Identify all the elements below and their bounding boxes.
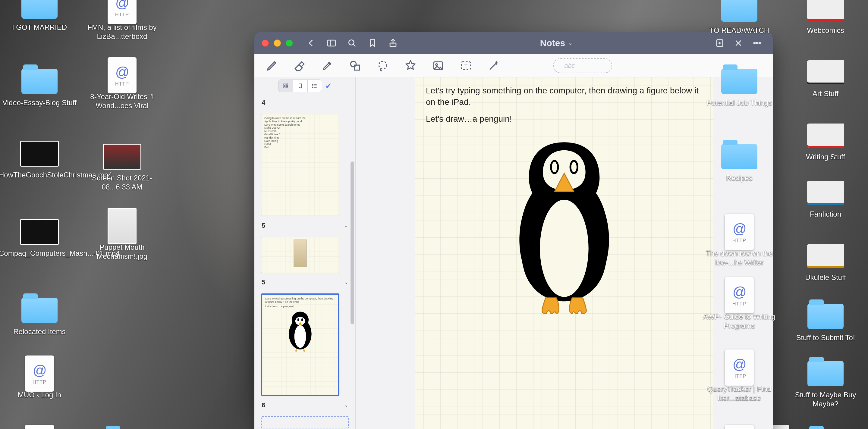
toolbar-separator — [513, 59, 513, 73]
desktop-item[interactable]: @HTTPThe down low on the low-...he Write… — [699, 217, 780, 267]
svg-point-37 — [540, 200, 588, 297]
desktop-item-label: 8-Year-Old Writes "I Wond...oes Viral — [82, 92, 163, 110]
desktop-item-label: QueryTracker | Find liter...atabase — [699, 385, 780, 402]
bookmark-button[interactable] — [364, 35, 381, 52]
desktop-item[interactable]: Potential Job Things — [699, 66, 780, 107]
minimize-window-button[interactable] — [274, 39, 281, 47]
svg-point-34 — [298, 319, 299, 322]
desktop-item-label: FMN, a list of films by LizBa...tterboxd — [82, 23, 163, 41]
desktop-item[interactable]: Puppet Mouth Mechanism!.jpg — [82, 211, 163, 261]
svg-point-2 — [349, 40, 354, 45]
page-5-label[interactable]: 5⌄ — [261, 222, 348, 230]
add-page-button[interactable] — [261, 416, 349, 428]
desktop-item[interactable]: TO READ/WATCH — [699, 0, 780, 35]
desktop-item[interactable]: @HTTPAWP- Guide to Writing Programs — [699, 280, 780, 330]
back-button[interactable] — [303, 35, 319, 52]
desktop-item[interactable]: Writing Stuff — [785, 121, 866, 162]
desktop-item-label: TO READ/WATCH — [710, 26, 769, 35]
svg-point-28 — [313, 86, 313, 86]
desktop-item-label: Stuff to Maybe Buy Maybe? — [785, 390, 866, 408]
image-tool[interactable] — [429, 57, 448, 74]
text-style-pill[interactable]: abc— — — — [553, 58, 612, 73]
page-5b-thumbnail[interactable] — [261, 237, 339, 273]
more-button[interactable] — [749, 35, 766, 52]
desktop-item[interactable]: I GOT MARRIED — [0, 0, 80, 32]
desktop-item[interactable]: @HTTP8-Year-Old Writes "I Wond...oes Vir… — [82, 60, 163, 110]
svg-rect-23 — [286, 87, 287, 88]
desktop-item[interactable]: Video-Essay-Blog Stuff — [0, 66, 80, 107]
desktop-item[interactable]: Screen Shot 2021-08...6.33 AM — [82, 141, 163, 192]
sidebar-toggle-button[interactable] — [323, 35, 340, 52]
desktop-item-label: Art Stuff — [812, 89, 838, 98]
note-text-line-1: Let's try typing something on the comput… — [426, 85, 703, 108]
desktop-item[interactable]: Art Stuff — [785, 57, 866, 98]
sticker-tool[interactable] — [401, 57, 420, 74]
magic-tool[interactable] — [484, 57, 503, 74]
window-traffic-lights — [261, 39, 293, 47]
svg-point-32 — [294, 325, 306, 348]
shape-tool[interactable] — [345, 57, 365, 74]
desktop-item[interactable]: Stuff to Maybe Buy Maybe? — [785, 359, 866, 408]
desktop-item[interactable]: Recipes — [699, 141, 780, 183]
desktop-item[interactable]: @HTTPFMN, a list of films by LizBa...tte… — [82, 0, 163, 41]
lasso-tool[interactable] — [373, 57, 393, 74]
svg-point-29 — [313, 87, 313, 88]
filter-check-icon[interactable]: ✔︎ — [325, 81, 332, 91]
desktop-item[interactable]: Relocated Items — [0, 295, 80, 336]
desktop-item-label: Screen Shot 2021-08...6.33 AM — [82, 173, 163, 192]
page-6-label[interactable]: 6⌄ — [261, 401, 348, 409]
search-button[interactable] — [344, 35, 361, 52]
zoom-window-button[interactable] — [286, 39, 293, 47]
desktop-item[interactable]: @HTTPMUO ‹ Log In — [0, 359, 80, 399]
sidebar-view-toolbar: ✔︎ — [254, 77, 355, 95]
svg-point-11 — [756, 42, 758, 44]
chevron-down-icon: ⌄ — [344, 403, 348, 407]
svg-rect-22 — [284, 87, 285, 88]
document-title[interactable]: Notes ⌄ — [405, 38, 708, 48]
desktop-item[interactable] — [82, 428, 163, 429]
desktop-item[interactable] — [785, 428, 866, 429]
desktop-item-label: Compaq_Computers_Mash...-01.mp4 — [0, 249, 80, 258]
notes-app-window: Notes ⌄ — [254, 32, 773, 429]
outline-view-button[interactable] — [307, 80, 322, 92]
desktop-item-label: Fanfiction — [810, 210, 841, 219]
chevron-down-icon: ⌄ — [568, 40, 572, 46]
desktop-item-label: Ukulele Stuff — [805, 273, 846, 282]
note-page[interactable]: Let's try typing something on the comput… — [415, 77, 713, 429]
bookmark-view-button[interactable] — [293, 80, 307, 92]
eraser-tool[interactable] — [290, 57, 309, 74]
new-page-button[interactable] — [711, 35, 728, 52]
grid-view-button[interactable] — [278, 80, 293, 92]
svg-line-3 — [353, 44, 355, 46]
desktop-item[interactable]: Webcomics — [785, 0, 866, 35]
page-sidebar: ✔︎ 4 Going to write on the iPad with the… — [254, 77, 355, 429]
desktop-item[interactable]: HowTheGoochStoleChristmas.mp4 — [0, 139, 80, 179]
svg-rect-0 — [328, 40, 336, 46]
page-5b-label[interactable]: 5⌄ — [261, 278, 348, 286]
desktop-item-label: Webcomics — [807, 26, 844, 35]
desktop-item-label: AWP- Guide to Writing Programs — [699, 312, 780, 330]
desktop-item[interactable]: @HTTP — [0, 428, 80, 429]
sidebar-scrollbar-thumb[interactable] — [350, 162, 354, 324]
page-6-thumbnail-selected[interactable]: Let's try typing something on the comput… — [261, 293, 339, 396]
desktop-item[interactable]: @HTTP — [699, 428, 780, 429]
desktop-item[interactable]: @HTTPQueryTracker | Find liter...atabase — [699, 353, 780, 402]
pen-tool[interactable] — [262, 57, 281, 74]
desktop-item[interactable]: Compaq_Computers_Mash...-01.mp4 — [0, 217, 80, 258]
highlighter-tool[interactable] — [318, 57, 337, 74]
desktop-item[interactable]: Ukulele Stuff — [785, 241, 866, 282]
close-window-button[interactable] — [261, 39, 269, 47]
desktop-item[interactable]: Fanfiction — [785, 178, 866, 219]
page-4-label: 4 — [261, 99, 348, 107]
page-5-thumbnail[interactable]: Going to write on the iPad with theApple… — [261, 114, 339, 216]
svg-point-10 — [754, 42, 755, 44]
svg-point-35 — [301, 319, 303, 322]
share-button[interactable] — [384, 35, 401, 52]
desktop-item[interactable]: Stuff to Submit To! — [785, 301, 866, 342]
drawing-toolbar: T abc— — — — [254, 54, 773, 77]
text-tool[interactable]: T — [456, 57, 475, 74]
desktop-item-label: MUO ‹ Log In — [18, 390, 61, 399]
close-note-button[interactable] — [730, 35, 747, 52]
page-thumbnails[interactable]: 4 Going to write on the iPad with theApp… — [254, 95, 355, 429]
penguin-mini-icon — [284, 310, 317, 352]
